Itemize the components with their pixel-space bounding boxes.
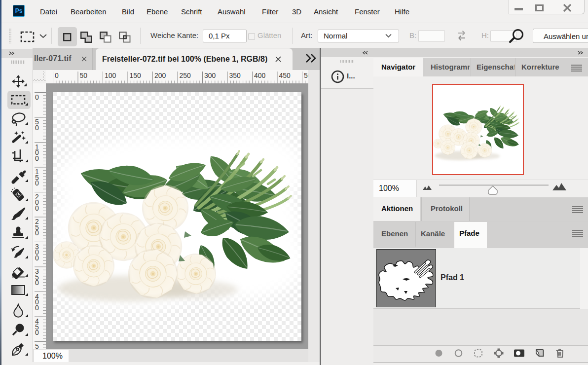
svg-text:150: 150 (130, 72, 142, 79)
svg-text:0: 0 (35, 279, 39, 287)
svg-text:350: 350 (229, 72, 241, 79)
svg-text:0: 0 (35, 254, 39, 262)
svg-text:0: 0 (35, 304, 39, 312)
svg-text:200: 200 (154, 72, 166, 79)
svg-text:0: 0 (35, 229, 39, 237)
svg-text:0: 0 (55, 72, 59, 79)
svg-text:0: 0 (35, 93, 39, 101)
svg-text:500: 500 (304, 72, 308, 79)
svg-text:250: 250 (180, 72, 191, 79)
svg-text:50: 50 (80, 72, 88, 79)
svg-text:0: 0 (35, 154, 39, 162)
svg-text:300: 300 (204, 72, 216, 79)
svg-text:0: 0 (35, 124, 39, 132)
svg-text:0: 0 (35, 179, 39, 187)
svg-text:450: 450 (279, 72, 291, 79)
svg-text:0: 0 (35, 204, 39, 212)
svg-text:100: 100 (105, 72, 116, 79)
svg-text:0: 0 (35, 328, 39, 336)
svg-text:400: 400 (254, 72, 266, 79)
